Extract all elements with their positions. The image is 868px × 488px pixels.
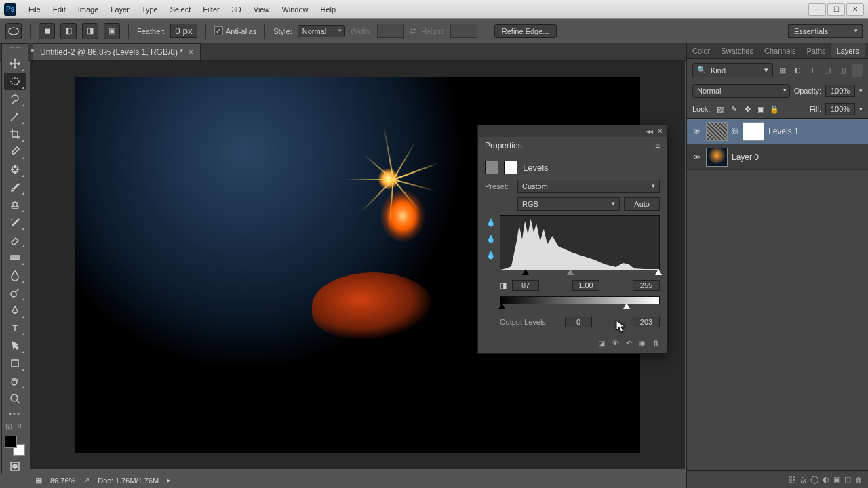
zoom-tool[interactable] [4, 390, 26, 407]
filter-pixel-icon[interactable]: ▦ [776, 64, 789, 77]
view-previous-icon[interactable]: 👁 [612, 339, 619, 348]
type-tool[interactable] [4, 319, 26, 337]
edit-toolbar-button[interactable]: ••• [4, 407, 26, 420]
add-selection-button[interactable]: ◧ [60, 23, 77, 39]
collapse-panel-icon[interactable]: ◂◂ [646, 127, 653, 135]
visibility-icon[interactable]: 👁 [691, 153, 702, 161]
history-brush-tool[interactable] [4, 214, 26, 231]
tab-swatches[interactable]: Swatches [715, 43, 759, 58]
filter-toggle[interactable] [852, 64, 863, 77]
maximize-button[interactable]: ☐ [827, 3, 845, 16]
fill-value[interactable]: 100% [825, 103, 855, 115]
blur-tool[interactable] [4, 266, 26, 284]
adjustment-icon[interactable] [485, 161, 498, 174]
close-tab-icon[interactable]: × [189, 47, 193, 57]
menu-layer[interactable]: Layer [105, 3, 135, 16]
blend-mode-select[interactable]: Normal [692, 84, 790, 98]
preset-select[interactable]: Custom [517, 180, 660, 193]
antialias-checkbox[interactable]: ✓ [214, 26, 223, 35]
default-colors-icon[interactable]: ◱ [5, 422, 14, 430]
menu-window[interactable]: Window [276, 3, 313, 16]
lock-pixels-icon[interactable]: ✎ [728, 104, 740, 115]
gray-point-eyedropper-icon[interactable]: 💧 [485, 232, 497, 245]
clone-stamp-tool[interactable] [4, 196, 26, 214]
add-mask-icon[interactable]: ◯ [810, 475, 818, 484]
layer-filter-type[interactable]: 🔍Kind▾ [692, 63, 773, 77]
style-select[interactable]: Normal [298, 25, 345, 37]
input-black-slider[interactable] [522, 269, 529, 275]
delete-layer-icon[interactable]: 🗑 [855, 476, 863, 484]
zoom-value[interactable]: 86.76% [50, 476, 75, 485]
brush-tool[interactable] [4, 178, 26, 196]
dodge-tool[interactable] [4, 284, 26, 302]
output-black-value[interactable] [565, 317, 592, 327]
tab-expand-left-icon[interactable]: ▸ [31, 46, 35, 54]
swap-colors-icon[interactable]: ⤭ [16, 422, 24, 430]
opacity-value[interactable]: 100% [825, 85, 855, 97]
healing-brush-tool[interactable] [4, 161, 26, 178]
export-icon[interactable]: ↗ [83, 476, 90, 485]
magic-wand-tool[interactable] [4, 108, 26, 125]
auto-button[interactable]: Auto [624, 197, 660, 211]
menu-3d[interactable]: 3D [226, 3, 247, 16]
menu-type[interactable]: Type [136, 3, 163, 16]
input-white-slider[interactable] [655, 269, 662, 275]
menu-file[interactable]: File [23, 3, 46, 16]
gradient-tool[interactable] [4, 249, 26, 266]
feather-input[interactable] [170, 24, 197, 38]
eyedropper-tool[interactable] [4, 143, 26, 161]
quick-mask-button[interactable] [4, 459, 26, 474]
pen-tool[interactable] [4, 302, 26, 319]
menu-image[interactable]: Image [73, 3, 104, 16]
output-white-value[interactable] [633, 317, 660, 327]
crop-tool[interactable] [4, 125, 26, 143]
reset-icon[interactable]: ↶ [626, 339, 632, 348]
minimize-button[interactable]: ─ [808, 3, 826, 16]
delete-adjustment-icon[interactable]: 🗑 [652, 339, 660, 348]
histogram[interactable] [500, 215, 660, 270]
document-tab[interactable]: Untitled-2 @ 86.8% (Levels 1, RGB/8) * × [33, 43, 201, 60]
tab-channels[interactable]: Channels [759, 43, 801, 58]
foreground-swatch[interactable] [5, 436, 17, 448]
layer-style-icon[interactable]: fx [800, 476, 806, 484]
properties-menu-icon[interactable]: ≡ [655, 141, 660, 150]
menu-edit[interactable]: Edit [47, 3, 71, 16]
menu-select[interactable]: Select [165, 3, 197, 16]
visibility-icon[interactable]: 👁 [691, 127, 702, 136]
lasso-tool[interactable] [4, 90, 26, 108]
menu-filter[interactable]: Filter [197, 3, 224, 16]
output-black-slider[interactable] [498, 303, 505, 309]
panel-menu-icon[interactable]: ≡ [865, 43, 868, 58]
channel-select[interactable]: RGB [517, 197, 620, 211]
hand-tool[interactable] [4, 372, 26, 390]
calculate-histogram-icon[interactable]: ◨ [500, 280, 512, 291]
toggle-visibility-icon[interactable]: ◉ [639, 339, 646, 348]
menu-view[interactable]: View [248, 3, 275, 16]
new-selection-button[interactable]: ◼ [39, 23, 55, 39]
path-selection-tool[interactable] [4, 337, 26, 354]
doc-size[interactable]: Doc: 1.76M/1.76M [98, 476, 159, 485]
filter-type-icon[interactable]: T [806, 64, 819, 77]
link-layers-icon[interactable]: ⛓ [789, 476, 796, 484]
input-mid-value[interactable] [572, 280, 599, 291]
menu-help[interactable]: Help [315, 3, 342, 16]
layer-row-levels[interactable]: 👁 ⛓ Levels 1 [687, 119, 868, 144]
lock-all-icon[interactable]: 🔒 [768, 104, 781, 115]
lock-artboard-icon[interactable]: ▣ [755, 104, 767, 115]
input-mid-slider[interactable] [567, 269, 574, 275]
move-tool[interactable] [4, 55, 26, 73]
tool-preset-picker[interactable] [5, 23, 22, 39]
close-button[interactable]: ✕ [846, 3, 864, 16]
new-group-icon[interactable]: ▣ [833, 475, 840, 484]
layer-name[interactable]: Layer 0 [732, 152, 864, 162]
clip-to-layer-icon[interactable]: ◪ [598, 339, 605, 348]
output-white-slider[interactable] [623, 303, 630, 309]
layer-thumb[interactable] [706, 148, 728, 167]
workspace-switcher[interactable]: Essentials [788, 24, 863, 38]
tab-color[interactable]: Color [687, 43, 715, 58]
layer-thumb[interactable] [706, 122, 728, 141]
filter-shape-icon[interactable]: ▢ [821, 64, 834, 77]
filter-adjustment-icon[interactable]: ◐ [791, 64, 804, 77]
status-arrow-icon[interactable]: ▸ [167, 476, 171, 485]
new-layer-icon[interactable]: ◫ [844, 475, 851, 484]
